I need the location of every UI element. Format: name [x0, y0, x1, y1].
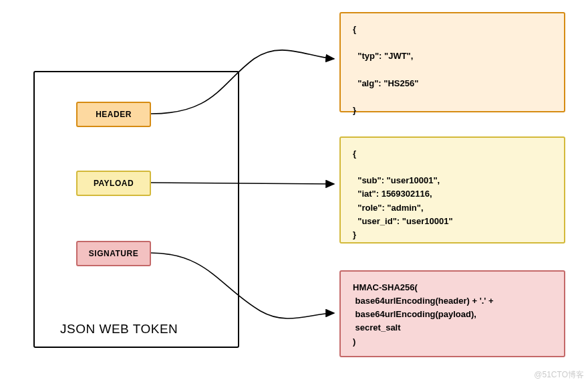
- jwt-title: JSON WEB TOKEN: [60, 322, 178, 337]
- header-part-label: HEADER: [96, 110, 132, 119]
- payload-part-box: PAYLOAD: [76, 171, 151, 196]
- payload-code-block: { "sub": "user10001", "iat": 1569302116,…: [339, 136, 565, 244]
- diagram-canvas: JSON WEB TOKEN HEADER PAYLOAD SIGNATURE …: [0, 0, 588, 382]
- watermark: @51CTO博客: [534, 369, 584, 381]
- signature-part-box: SIGNATURE: [76, 241, 151, 266]
- header-code-block: { "typ": "JWT", "alg": "HS256" }: [339, 12, 565, 112]
- signature-part-label: SIGNATURE: [89, 249, 138, 258]
- header-part-box: HEADER: [76, 102, 151, 127]
- payload-part-label: PAYLOAD: [94, 179, 134, 188]
- signature-code-block: HMAC-SHA256( base64urlEncoding(header) +…: [339, 270, 565, 357]
